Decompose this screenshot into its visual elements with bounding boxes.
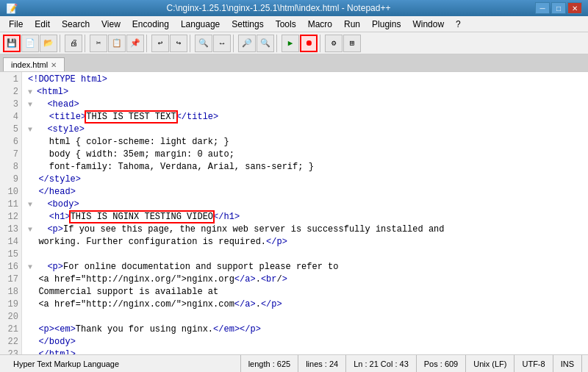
- status-encoding: UTF-8: [514, 355, 553, 372]
- close-button[interactable]: ✕: [567, 2, 582, 14]
- menu-item-edit[interactable]: Edit: [29, 16, 56, 32]
- line-number: 14: [3, 236, 18, 248]
- code-line: body { width: 35em; margin: 0 auto;: [28, 149, 582, 161]
- find-button[interactable]: 🔍: [195, 35, 212, 52]
- code-line: [28, 311, 582, 323]
- menu-item-encoding[interactable]: Encoding: [126, 16, 175, 32]
- menu-item-language[interactable]: Language: [175, 16, 226, 32]
- line-number: 20: [3, 311, 18, 323]
- code-line: <p><em>Thank you for using nginx.</em></…: [28, 323, 582, 336]
- line-number: 15: [3, 248, 18, 261]
- separator-4: [190, 35, 193, 52]
- menu-bar: FileEditSearchViewEncodingLanguageSettin…: [0, 16, 588, 32]
- paste-button[interactable]: 📌: [126, 35, 144, 52]
- copy-button[interactable]: 📋: [108, 35, 126, 52]
- code-line: ▼ <style>: [28, 124, 582, 136]
- separator-1: [60, 35, 62, 52]
- code-line: </head>: [28, 186, 582, 198]
- maximize-button[interactable]: □: [551, 2, 566, 14]
- menu-item-run[interactable]: Run: [338, 16, 366, 32]
- undo-button[interactable]: ↩: [151, 35, 169, 52]
- code-line: ▼ <p>If you see this page, the nginx web…: [28, 223, 582, 236]
- status-eol: Unix (LF): [466, 355, 514, 372]
- redo-button[interactable]: ↪: [170, 35, 187, 52]
- tab-index-html[interactable]: index.html ✕: [3, 57, 65, 71]
- status-lines: lines : 24: [298, 355, 346, 372]
- replace-button[interactable]: ↔: [213, 35, 231, 52]
- separator-6: [276, 35, 279, 52]
- menu-item-settings[interactable]: Settings: [226, 16, 269, 32]
- zoom-in-button[interactable]: 🔎: [238, 35, 256, 52]
- tab-bar: index.html ✕: [0, 54, 588, 72]
- new-button[interactable]: 📄: [21, 35, 39, 52]
- toolbar: 💾 📄 📂 🖨 ✂ 📋 📌 ↩ ↪ 🔍 ↔ 🔎 🔍 ▶ ⏺ ⚙ ⊞: [0, 32, 588, 54]
- code-line: [28, 248, 582, 261]
- editor: 123456789101112131415161718192021222324 …: [0, 72, 588, 354]
- code-line: <h1>THIS IS NGINX TESTING VIDEO</h1>: [28, 211, 582, 223]
- zoom-out-button[interactable]: 🔍: [257, 35, 274, 52]
- code-line: <!DOCTYPE html>: [28, 74, 582, 86]
- status-mode: INS: [553, 355, 582, 372]
- line-number: 17: [3, 273, 18, 286]
- code-area[interactable]: <!DOCTYPE html>▼ <html>▼ <head> <title>T…: [22, 72, 588, 354]
- tab-close-button[interactable]: ✕: [51, 61, 57, 69]
- title-bar-controls: ─ □ ✕: [535, 2, 582, 14]
- line-number: 10: [3, 186, 18, 198]
- expand-button[interactable]: ⊞: [343, 35, 361, 52]
- menu-item-file[interactable]: File: [3, 16, 29, 32]
- line-number: 8: [3, 161, 18, 174]
- menu-item-macro[interactable]: Macro: [302, 16, 338, 32]
- code-line: ▼ <body>: [28, 198, 582, 211]
- status-pos: Pos : 609: [417, 355, 466, 372]
- record-button[interactable]: ⏺: [300, 35, 318, 52]
- code-line: ▼ <head>: [28, 99, 582, 111]
- status-bar: Hyper Text Markup Language length : 625 …: [0, 354, 588, 372]
- separator-5: [233, 35, 236, 52]
- code-line: <a href="http://nginx.com/">nginx.com</a…: [28, 298, 582, 311]
- menu-item-plugins[interactable]: Plugins: [366, 16, 406, 32]
- tab-label: index.html: [11, 60, 48, 69]
- print-button[interactable]: 🖨: [65, 35, 82, 52]
- minimize-button[interactable]: ─: [535, 2, 550, 14]
- title-bar-title: C:\nginx-1.25.1\nginx-1.25.1\html\index.…: [167, 3, 391, 13]
- code-line: ▼ <p>For online documentation and suppor…: [28, 261, 582, 273]
- line-number: 9: [3, 174, 18, 186]
- settings-button[interactable]: ⚙: [325, 35, 343, 52]
- line-number: 1: [3, 74, 18, 86]
- menu-item-view[interactable]: View: [96, 16, 126, 32]
- line-number: 23: [3, 348, 18, 354]
- menu-item-window[interactable]: Window: [406, 16, 450, 32]
- cut-button[interactable]: ✂: [90, 35, 107, 52]
- code-line: working. Further configuration is requir…: [28, 236, 582, 248]
- code-line: Commercial support is available at: [28, 286, 582, 298]
- code-line: ▼ <html>: [28, 86, 582, 99]
- run-button[interactable]: ▶: [282, 35, 299, 52]
- status-linecol: Ln : 21 Col : 43: [346, 355, 417, 372]
- line-number: 3: [3, 99, 18, 111]
- menu-item-?[interactable]: ?: [450, 16, 467, 32]
- menu-item-tools[interactable]: Tools: [270, 16, 302, 32]
- title-bar-icon: 📝: [6, 3, 18, 14]
- line-number: 22: [3, 336, 18, 348]
- line-number: 7: [3, 149, 18, 161]
- line-number: 2: [3, 86, 18, 99]
- line-number: 21: [3, 323, 18, 336]
- separator-2: [85, 35, 87, 52]
- line-number: 6: [3, 136, 18, 149]
- line-number: 13: [3, 223, 18, 236]
- line-numbers: 123456789101112131415161718192021222324: [0, 72, 22, 354]
- open-button[interactable]: 📂: [40, 35, 57, 52]
- separator-3: [146, 35, 149, 52]
- title-bar: 📝 C:\nginx-1.25.1\nginx-1.25.1\html\inde…: [0, 0, 588, 16]
- line-number: 5: [3, 124, 18, 136]
- line-number: 19: [3, 298, 18, 311]
- save-button[interactable]: 💾: [3, 35, 21, 52]
- separator-7: [320, 35, 323, 52]
- line-number: 12: [3, 211, 18, 223]
- code-line: </style>: [28, 174, 582, 186]
- line-number: 4: [3, 111, 18, 124]
- code-line: <title>THIS IS TEST TEXT</title>: [28, 111, 582, 124]
- line-number: 18: [3, 286, 18, 298]
- menu-item-search[interactable]: Search: [56, 16, 96, 32]
- status-filetype: Hyper Text Markup Language: [6, 355, 241, 372]
